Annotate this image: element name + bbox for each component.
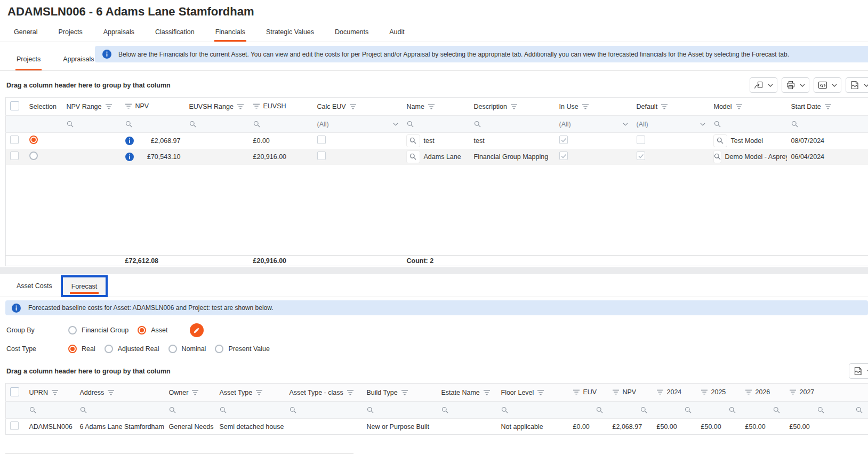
filter-icon[interactable]: [657, 389, 663, 395]
row-checkbox[interactable]: [10, 421, 19, 430]
group-by-financial-group-option[interactable]: Financial Group: [68, 326, 128, 334]
filter-icon[interactable]: [428, 104, 435, 109]
radio-present-value[interactable]: [215, 345, 223, 353]
default-checkbox[interactable]: [637, 152, 645, 160]
filter-icon[interactable]: [237, 104, 244, 109]
filter-icon[interactable]: [256, 390, 262, 395]
filter-icon[interactable]: [125, 103, 132, 109]
radio-real[interactable]: [68, 345, 77, 353]
filter-icon[interactable]: [613, 389, 619, 395]
subtab-appraisals[interactable]: Appraisals: [62, 55, 95, 70]
select-all-checkbox[interactable]: [10, 101, 19, 110]
filter-estate-name[interactable]: [437, 402, 497, 419]
radio-nominal[interactable]: [168, 345, 177, 353]
group-by-asset-option[interactable]: Asset: [138, 326, 167, 334]
filter-icon[interactable]: [701, 389, 708, 395]
filter-uprn[interactable]: [25, 402, 76, 419]
filter-2027[interactable]: [785, 402, 830, 419]
filter-icon[interactable]: [106, 104, 112, 109]
forecast-row[interactable]: ADAMSLN006 6 Adams Lane Stamfordham Gene…: [6, 419, 868, 435]
filter-floor-level[interactable]: [497, 402, 569, 419]
radio-adjusted-real[interactable]: [105, 345, 113, 353]
filter-next[interactable]: [830, 402, 868, 419]
filter-euv[interactable]: [569, 402, 608, 419]
filter-icon[interactable]: [511, 104, 517, 109]
model-lookup-button[interactable]: [714, 135, 727, 147]
export-file-button[interactable]: [849, 363, 868, 379]
filter-default-select[interactable]: (All): [632, 116, 710, 133]
col-asset-type-class[interactable]: Asset Type - class: [285, 384, 363, 402]
project-row-test[interactable]: £2,068.97 £0.00 test test Test Model 08/…: [6, 133, 868, 149]
tab-general[interactable]: General: [13, 23, 38, 42]
col-owner[interactable]: Owner: [165, 384, 215, 402]
tab-forecast[interactable]: Forecast: [71, 283, 98, 290]
col-estate-name[interactable]: Estate Name: [437, 384, 497, 402]
col-model[interactable]: Model: [710, 98, 787, 116]
tab-strategic-values[interactable]: Strategic Values: [265, 23, 315, 42]
group-by-drop-area[interactable]: Drag a column header here to group by th…: [6, 368, 171, 375]
row-checkbox[interactable]: [10, 136, 19, 144]
select-all-checkbox[interactable]: [10, 387, 19, 396]
col-asset-type[interactable]: Asset Type: [215, 384, 285, 402]
model-lookup-button[interactable]: [714, 151, 721, 163]
filter-asset-type[interactable]: [215, 402, 285, 419]
col-build-type[interactable]: Build Type: [363, 384, 437, 402]
col-address[interactable]: Address: [76, 384, 165, 402]
selection-radio[interactable]: [29, 152, 38, 160]
filter-npv-range[interactable]: [62, 116, 121, 133]
filter-icon[interactable]: [790, 389, 796, 395]
col-euvsh[interactable]: EUVSH: [249, 98, 313, 116]
tab-audit[interactable]: Audit: [388, 23, 406, 42]
filter-icon[interactable]: [350, 104, 356, 109]
cost-type-nominal-option[interactable]: Nominal: [168, 345, 206, 353]
col-2025[interactable]: 2025: [697, 384, 741, 402]
col-name[interactable]: Name: [403, 98, 470, 116]
tab-asset-costs[interactable]: Asset Costs: [15, 282, 53, 297]
export-selected-button[interactable]: [750, 77, 777, 93]
filter-npv[interactable]: [121, 116, 185, 133]
col-selection[interactable]: Selection: [25, 98, 62, 116]
filter-icon[interactable]: [537, 390, 544, 395]
col-npv-range[interactable]: NPV Range: [62, 98, 121, 116]
filter-euvsh-range[interactable]: [185, 116, 249, 133]
tab-documents[interactable]: Documents: [334, 23, 369, 42]
filter-icon[interactable]: [582, 104, 589, 109]
filter-icon[interactable]: [253, 103, 260, 109]
default-checkbox[interactable]: [637, 136, 645, 144]
filter-icon[interactable]: [347, 390, 353, 395]
group-by-drop-area[interactable]: Drag a column header here to group by th…: [6, 82, 171, 89]
radio-financial-group[interactable]: [68, 326, 77, 334]
filter-icon[interactable]: [484, 390, 490, 395]
col-uprn[interactable]: UPRN: [25, 384, 76, 402]
tab-classification[interactable]: Classification: [154, 23, 196, 42]
cost-type-real-option[interactable]: Real: [68, 345, 95, 353]
col-2024[interactable]: 2024: [653, 384, 697, 402]
filter-address[interactable]: [76, 402, 165, 419]
col-euv[interactable]: EUV: [569, 384, 608, 402]
filter-2024[interactable]: [653, 402, 697, 419]
filter-calc-euv-select[interactable]: (All): [313, 116, 403, 133]
cost-type-adjusted-real-option[interactable]: Adjusted Real: [105, 345, 159, 353]
in-use-checkbox[interactable]: [559, 152, 568, 160]
filter-in-use-select[interactable]: (All): [555, 116, 632, 133]
filter-2025[interactable]: [697, 402, 741, 419]
filter-asset-type-class[interactable]: [285, 402, 363, 419]
project-row-adams-lane[interactable]: £70,543.10 £20,916.00 Adams Lane Financi…: [6, 149, 868, 165]
in-use-checkbox[interactable]: [559, 136, 568, 144]
filter-2026[interactable]: [741, 402, 785, 419]
name-lookup-button[interactable]: [407, 151, 420, 163]
col-calc-euv[interactable]: Calc EUV: [313, 98, 403, 116]
calc-euv-checkbox[interactable]: [317, 152, 326, 160]
col-default[interactable]: Default: [632, 98, 710, 116]
col-in-use[interactable]: In Use: [555, 98, 632, 116]
tab-financials[interactable]: Financials: [214, 23, 246, 42]
filter-icon[interactable]: [192, 390, 198, 395]
col-2026[interactable]: 2026: [741, 384, 785, 402]
selection-radio[interactable]: [29, 136, 38, 144]
filter-name[interactable]: [403, 116, 470, 133]
filter-euvsh[interactable]: [249, 116, 313, 133]
filter-start-date[interactable]: [787, 116, 868, 133]
filter-model[interactable]: [710, 116, 787, 133]
export-file-button[interactable]: [846, 77, 868, 93]
row-checkbox[interactable]: [10, 152, 19, 160]
